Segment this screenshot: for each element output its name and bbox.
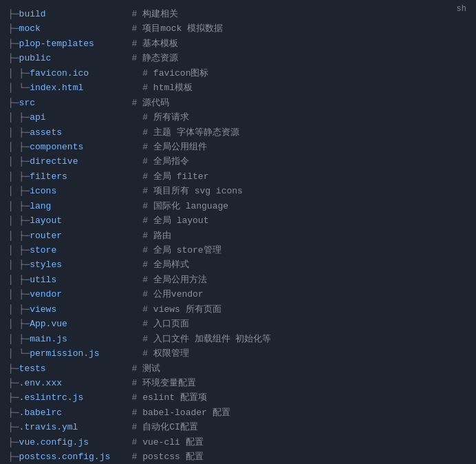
tree-prefix: │ ├─: [8, 66, 30, 81]
file-comment: # 构建相关: [132, 7, 179, 21]
file-row: │ ├─ router# 路由: [8, 229, 468, 243]
file-row: │ ├─ layout# 全局 layout: [8, 213, 468, 228]
tree-prefix: │ ├─: [8, 169, 30, 184]
file-row: │ └─ index.html# html模板: [8, 81, 468, 95]
file-comment: # views 所有页面: [142, 302, 221, 317]
file-comment: # favicon图标: [142, 66, 208, 81]
file-name: postcss.config.js: [19, 450, 129, 464]
file-row: │ ├─ lang# 国际化 language: [8, 199, 468, 213]
tree-prefix: │ ├─: [8, 229, 30, 243]
tree-prefix: │ ├─: [8, 154, 30, 169]
file-name: views: [30, 302, 140, 317]
file-name: assets: [30, 125, 140, 140]
file-row: │ ├─ api# 所有请求: [8, 110, 468, 125]
file-name: .travis.yml: [19, 420, 129, 434]
file-row: │ ├─ utils# 全局公用方法: [8, 273, 468, 287]
tree-prefix: │ └─: [8, 346, 30, 361]
tree-prefix: │ ├─: [8, 110, 30, 125]
file-row: ├─ postcss.config.js# postcss 配置: [8, 450, 468, 464]
file-row: ├─ .babelrc# babel-loader 配置: [8, 405, 468, 420]
file-name: lang: [30, 199, 140, 213]
file-comment: # 主题 字体等静态资源: [142, 125, 239, 140]
tree-prefix: ├─: [8, 420, 19, 434]
file-comment: # 国际化 language: [142, 199, 228, 213]
file-name: index.html: [30, 81, 140, 95]
file-comment: # 全局公用组件: [142, 140, 207, 154]
tree-prefix: ├─: [8, 450, 19, 464]
file-row: ├─ public# 静态资源: [8, 51, 468, 65]
file-row: │ ├─ App.vue# 入口页面: [8, 317, 468, 331]
tree-prefix: ├─: [8, 405, 19, 420]
file-comment: # 项目mock 模拟数据: [132, 21, 224, 36]
file-row: ├─ plop-templates# 基本模板: [8, 36, 468, 51]
tree-prefix: │ ├─: [8, 317, 30, 331]
file-name: main.js: [30, 332, 140, 346]
tree-prefix: ├─: [8, 7, 19, 21]
file-tree-container: sh ├─ build# 构建相关├─ mock# 项目mock 模拟数据├─ …: [0, 0, 476, 464]
file-name: router: [30, 229, 140, 243]
file-name: styles: [30, 257, 140, 272]
tree-prefix: │ ├─: [8, 273, 30, 287]
file-comment: # 静态资源: [132, 51, 179, 65]
file-comment: # 测试: [132, 361, 161, 376]
file-comment: # 全局公用方法: [142, 273, 207, 287]
tree-prefix: │ └─: [8, 81, 30, 95]
tree-prefix: │ ├─: [8, 332, 30, 346]
file-name: .babelrc: [19, 405, 129, 420]
tree-prefix: │ ├─: [8, 257, 30, 272]
file-name: store: [30, 243, 140, 257]
file-name: components: [30, 140, 140, 154]
tree-prefix: ├─: [8, 51, 19, 65]
tree-prefix: │ ├─: [8, 184, 30, 198]
file-row: │ └─ permission.js# 权限管理: [8, 346, 468, 361]
file-row: │ ├─ favicon.ico# favicon图标: [8, 66, 468, 81]
file-comment: # 全局 store管理: [142, 243, 221, 257]
file-row: │ ├─ components# 全局公用组件: [8, 140, 468, 154]
file-row: │ ├─ styles# 全局样式: [8, 257, 468, 272]
file-row: │ ├─ assets# 主题 字体等静态资源: [8, 125, 468, 140]
tree-prefix: │ ├─: [8, 302, 30, 317]
file-comment: # 权限管理: [142, 346, 189, 361]
file-row: │ ├─ icons# 项目所有 svg icons: [8, 184, 468, 198]
file-name: src: [19, 96, 129, 110]
tree-prefix: ├─: [8, 390, 19, 405]
file-row: │ ├─ filters# 全局 filter: [8, 169, 468, 184]
tree-prefix: ├─: [8, 96, 19, 110]
file-comment: # html模板: [142, 81, 193, 95]
file-comment: # 全局 layout: [142, 213, 208, 228]
file-row: ├─ vue.config.js# vue-cli 配置: [8, 435, 468, 450]
file-name: utils: [30, 273, 140, 287]
tree-prefix: │ ├─: [8, 125, 30, 140]
file-comment: # 基本模板: [132, 36, 179, 51]
tree-prefix: ├─: [8, 21, 19, 36]
file-name: .eslintrc.js: [19, 390, 129, 405]
file-comment: # 全局指令: [142, 154, 189, 169]
file-name: build: [19, 7, 129, 21]
file-row: ├─ .env.xxx# 环境变量配置: [8, 376, 468, 390]
sh-label: sh: [457, 4, 466, 14]
file-comment: # postcss 配置: [132, 450, 204, 464]
file-comment: # 入口文件 加载组件 初始化等: [142, 332, 271, 346]
file-comment: # 所有请求: [142, 110, 189, 125]
file-name: icons: [30, 184, 140, 198]
file-name: filters: [30, 169, 140, 184]
file-comment: # 入口页面: [142, 317, 189, 331]
file-name: layout: [30, 213, 140, 228]
tree-prefix: │ ├─: [8, 213, 30, 228]
tree-prefix: ├─: [8, 36, 19, 51]
file-comment: # vue-cli 配置: [132, 435, 204, 450]
tree-prefix: ├─: [8, 361, 19, 376]
file-name: public: [19, 51, 129, 65]
file-row: ├─ src# 源代码: [8, 96, 468, 110]
file-name: tests: [19, 361, 129, 376]
file-row: ├─ tests# 测试: [8, 361, 468, 376]
file-comment: # 项目所有 svg icons: [142, 184, 243, 198]
file-comment: # 环境变量配置: [132, 376, 197, 390]
file-row: ├─ build# 构建相关: [8, 7, 468, 21]
file-row: │ ├─ store# 全局 store管理: [8, 243, 468, 257]
file-comment: # 源代码: [132, 96, 170, 110]
file-comment: # 全局样式: [142, 257, 189, 272]
file-row: │ ├─ views# views 所有页面: [8, 302, 468, 317]
file-name: .env.xxx: [19, 376, 129, 390]
tree-prefix: ├─: [8, 376, 19, 390]
